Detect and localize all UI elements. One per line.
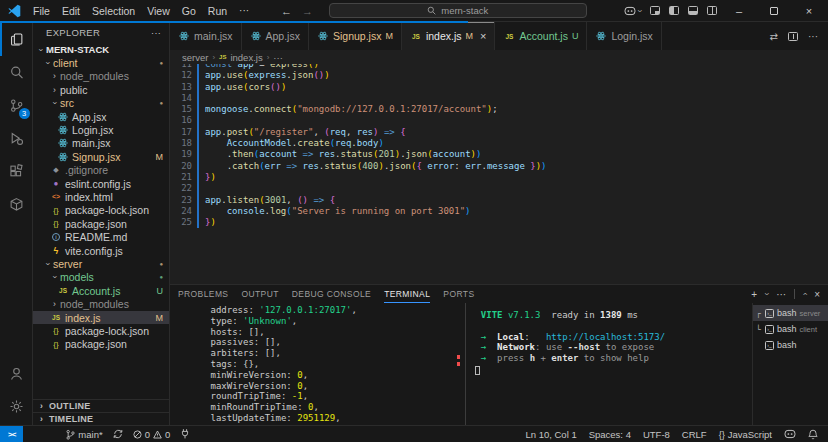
panel-tab-problems[interactable]: PROBLEMS: [178, 285, 228, 303]
panel-tab-ports[interactable]: PORTS: [443, 285, 474, 303]
tab-Account.js[interactable]: JSAccount.jsU: [495, 22, 587, 50]
code-editor[interactable]: 11const app = express()12app.use(express…: [170, 64, 828, 284]
tree-item-MERN-STACK[interactable]: ›MERN-STACK: [33, 43, 169, 56]
outline-section[interactable]: ›OUTLINE: [33, 399, 169, 412]
close-panel-icon[interactable]: ×: [814, 289, 820, 300]
tree-item-main.jsx[interactable]: main.jsx: [33, 137, 169, 150]
tree-item-eslint.config.js[interactable]: ●eslint.config.js: [33, 177, 169, 190]
tree-item-README.md[interactable]: iREADME.md: [33, 230, 169, 243]
maximize-panel-icon[interactable]: ›: [800, 293, 810, 296]
menu-file[interactable]: File: [27, 4, 56, 18]
command-center-search[interactable]: mern-stack: [329, 3, 587, 18]
notifications-bell-icon[interactable]: [808, 429, 818, 440]
toggle-secondary-sidebar-icon[interactable]: [707, 6, 717, 15]
run-debug-activity-icon[interactable]: [0, 122, 33, 155]
terminal-pane-client[interactable]: VITE v7.1.3 ready in 1389 ms → Local: ht…: [465, 303, 752, 425]
source-control-activity-icon[interactable]: 3: [0, 89, 33, 122]
minimize-button[interactable]: –: [726, 0, 752, 22]
open-changes-icon[interactable]: ⇄: [770, 31, 778, 42]
tree-item-label: index.js: [65, 312, 101, 324]
cursor-position[interactable]: Ln 10, Col 1: [525, 429, 576, 440]
menu-go[interactable]: Go: [176, 4, 202, 18]
customize-layout-icon[interactable]: [650, 6, 660, 15]
terminal-instance-bash-client[interactable]: └›_bashclient: [753, 321, 828, 337]
terminal-instance-bash-server[interactable]: ┌›_bashserver: [753, 305, 828, 321]
menu-overflow-icon[interactable]: ···: [233, 4, 255, 17]
menu-view[interactable]: View: [141, 4, 176, 18]
tree-item-models[interactable]: ›models●: [33, 271, 169, 284]
cube-extension-activity-icon[interactable]: [0, 188, 33, 221]
sync-item[interactable]: [113, 429, 123, 439]
search-activity-icon[interactable]: [0, 56, 33, 89]
plug-item[interactable]: [180, 428, 190, 440]
settings-gear-icon[interactable]: [0, 390, 33, 423]
tree-item-package.json[interactable]: {}package.json: [33, 338, 169, 351]
panel-more-actions-icon[interactable]: ···: [776, 289, 786, 300]
copilot-menu[interactable]: ›: [624, 6, 641, 16]
tree-item-App.jsx[interactable]: App.jsx: [33, 110, 169, 123]
tab-main.jsx[interactable]: main.jsx: [170, 22, 242, 50]
tree-item-node_modules[interactable]: ›node_modules: [33, 297, 169, 310]
explorer-activity-icon[interactable]: [0, 23, 33, 56]
tree-item-client[interactable]: ›client●: [33, 56, 169, 69]
tree-item-node_modules[interactable]: ›node_modules: [33, 70, 169, 83]
tree-item-server[interactable]: ›server●: [33, 257, 169, 270]
tree-item-Login.jsx[interactable]: Login.jsx: [33, 123, 169, 136]
git-status-dot: ●: [159, 274, 163, 280]
breadcrumb-file[interactable]: index.js: [230, 52, 262, 63]
tab-Signup.jsx[interactable]: Signup.jsxM: [309, 22, 402, 50]
tree-item-label: Account.js: [72, 285, 120, 297]
panel-tab-output[interactable]: OUTPUT: [241, 285, 278, 303]
terminal-pane-server[interactable]: address: '127.0.0.1:27017', type: 'Unkno…: [170, 303, 465, 425]
breadcrumb-symbol[interactable]: ···: [273, 52, 283, 63]
line-number: 23: [170, 195, 192, 206]
breadcrumb-folder[interactable]: server: [182, 52, 208, 63]
extensions-activity-icon[interactable]: [0, 155, 33, 188]
split-branch-glyph: ┌: [756, 309, 762, 318]
tab-Login.jsx[interactable]: Login.jsx: [587, 22, 661, 50]
tree-item-package-lock.json[interactable]: {}package-lock.json: [33, 324, 169, 337]
panel-tab-terminal[interactable]: TERMINAL: [384, 285, 430, 303]
language-mode[interactable]: {} JavaScript: [719, 429, 772, 440]
terminal-dropdown-icon[interactable]: ›: [762, 293, 772, 296]
toggle-panel-icon[interactable]: [688, 6, 698, 15]
tree-item-vite.config.js[interactable]: ϟvite.config.js: [33, 244, 169, 257]
timeline-section[interactable]: ›TIMELINE: [33, 412, 169, 425]
tab-App.jsx[interactable]: App.jsx: [242, 22, 309, 50]
copilot-status-icon[interactable]: [784, 429, 796, 439]
tree-item-public[interactable]: ›public: [33, 83, 169, 96]
maximize-button[interactable]: [761, 0, 787, 22]
terminal-instance-bash[interactable]: ›_bash: [753, 337, 828, 353]
new-terminal-icon[interactable]: +: [751, 289, 757, 300]
eol-sequence[interactable]: CRLF: [682, 429, 707, 440]
tab-index.js[interactable]: JSindex.jsM×: [402, 22, 496, 50]
indentation[interactable]: Spaces: 4: [589, 429, 631, 440]
menu-run[interactable]: Run: [202, 4, 233, 18]
menu-edit[interactable]: Edit: [56, 4, 86, 18]
split-editor-icon[interactable]: [788, 32, 798, 41]
menu-selection[interactable]: Selection: [86, 4, 141, 18]
explorer-more-actions-icon[interactable]: ···: [151, 28, 161, 38]
problems-item[interactable]: 0 0: [133, 429, 171, 440]
tree-item-Account.js[interactable]: JSAccount.jsU: [33, 284, 169, 297]
close-tab-icon[interactable]: ×: [480, 31, 486, 42]
breadcrumb[interactable]: server › JS index.js › ···: [170, 50, 828, 64]
toggle-sidebar-icon[interactable]: [669, 6, 679, 15]
code-line-23: 23app.listen(3001, () => {: [170, 195, 828, 206]
tree-item-index.js[interactable]: JSindex.jsM: [33, 311, 169, 324]
forward-icon[interactable]: →: [302, 5, 313, 17]
git-branch-item[interactable]: main*: [65, 429, 102, 440]
remote-indicator[interactable]: ><: [0, 426, 23, 442]
panel-tab-debug-console[interactable]: DEBUG CONSOLE: [292, 285, 371, 303]
back-icon[interactable]: ←: [281, 5, 292, 17]
tree-item-index.html[interactable]: <>index.html: [33, 190, 169, 203]
account-icon[interactable]: [0, 357, 33, 390]
tree-item-Signup.jsx[interactable]: Signup.jsxM: [33, 150, 169, 163]
editor-more-actions-icon[interactable]: ···: [808, 31, 818, 42]
close-window-button[interactable]: ×: [796, 0, 822, 22]
encoding[interactable]: UTF-8: [643, 429, 670, 440]
tree-item-.gitignore[interactable]: ◆.gitignore: [33, 164, 169, 177]
tree-item-src[interactable]: ›src●: [33, 97, 169, 110]
tree-item-package.json[interactable]: {}package.json: [33, 217, 169, 230]
tree-item-package-lock.json[interactable]: {}package-lock.json: [33, 204, 169, 217]
